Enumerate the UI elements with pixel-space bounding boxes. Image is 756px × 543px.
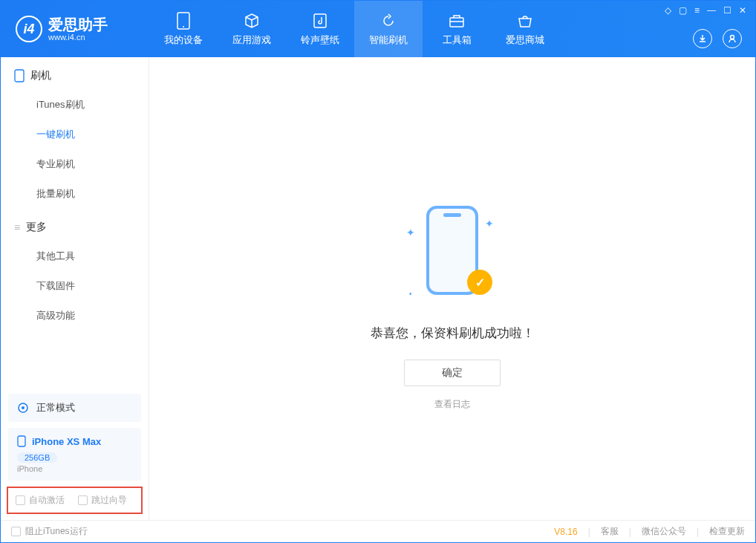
device-block[interactable]: iPhone XS Max 256GB iPhone xyxy=(8,428,141,481)
capacity-badge: 256GB xyxy=(17,452,57,463)
mode-icon xyxy=(17,402,29,414)
divider: | xyxy=(629,527,631,537)
highlighted-checkbox-row: 自动激活 跳过向导 xyxy=(7,487,143,514)
checkbox-skip-guide[interactable]: 跳过向导 xyxy=(78,494,127,507)
sidebar-item-other-tools[interactable]: 其他工具 xyxy=(1,241,149,271)
section-title: 更多 xyxy=(26,221,47,234)
checkmark-badge-icon: ✓ xyxy=(467,270,492,295)
svg-point-4 xyxy=(731,36,734,39)
footer-link-update[interactable]: 检查更新 xyxy=(709,525,745,538)
sidebar-item-oneclick-flash[interactable]: 一键刷机 xyxy=(1,120,149,149)
user-icon[interactable] xyxy=(723,29,742,48)
logo-area: i4 爱思助手 www.i4.cn xyxy=(1,16,149,42)
sparkle-icon: ✦ xyxy=(485,218,494,230)
minimize-icon[interactable]: — xyxy=(707,5,716,16)
body: 刷机 iTunes刷机 一键刷机 专业刷机 批量刷机 ≡ 更多 其他工具 下载固… xyxy=(1,57,755,520)
close-icon[interactable]: ✕ xyxy=(739,5,746,16)
success-message: 恭喜您，保资料刷机成功啦！ xyxy=(371,325,535,342)
divider: | xyxy=(697,527,699,537)
svg-point-7 xyxy=(22,406,25,409)
nav-tab-flash[interactable]: 智能刷机 xyxy=(354,1,423,57)
device-type: iPhone xyxy=(17,464,132,473)
app-url: www.i4.cn xyxy=(48,33,108,42)
titlebar-icon[interactable]: ▢ xyxy=(679,5,687,16)
nav-label: 智能刷机 xyxy=(369,33,408,47)
footer-left: 阻止iTunes运行 xyxy=(11,525,88,538)
nav-label: 铃声壁纸 xyxy=(301,33,339,47)
ok-button[interactable]: 确定 xyxy=(404,360,501,386)
device-name: iPhone XS Max xyxy=(32,436,101,447)
section-title: 刷机 xyxy=(30,69,51,82)
checkbox-icon xyxy=(78,495,88,505)
version-label: V8.16 xyxy=(554,527,577,537)
device-name-row: iPhone XS Max xyxy=(17,435,132,447)
nav-tab-toolbox[interactable]: 工具箱 xyxy=(423,1,491,57)
main-content: ✓ ✦ ✦ • 恭喜您，保资料刷机成功啦！ 确定 查看日志 xyxy=(149,57,755,520)
titlebar-icons: ◇ ▢ ≡ — ☐ ✕ xyxy=(665,5,746,16)
titlebar-icon[interactable]: ≡ xyxy=(694,5,700,16)
nav-label: 爱思商城 xyxy=(506,33,544,47)
checkbox-label: 跳过向导 xyxy=(91,494,127,507)
checkbox-icon[interactable] xyxy=(11,527,21,536)
checkbox-label: 自动激活 xyxy=(29,494,65,507)
maximize-icon[interactable]: ☐ xyxy=(723,5,731,16)
footer-link-wechat[interactable]: 微信公众号 xyxy=(642,525,686,538)
mode-block[interactable]: 正常模式 xyxy=(8,394,141,422)
success-illustration: ✓ ✦ ✦ • xyxy=(408,206,497,310)
menu-icon: ≡ xyxy=(14,221,20,233)
checkbox-icon xyxy=(16,495,25,505)
sparkle-icon: ✦ xyxy=(406,227,415,238)
nav-tabs: 我的设备 应用游戏 铃声壁纸 智能刷机 工具箱 爱思商城 xyxy=(149,1,559,57)
block-itunes-label[interactable]: 阻止iTunes运行 xyxy=(25,525,88,538)
sidebar-item-download-firmware[interactable]: 下载固件 xyxy=(1,271,149,301)
svg-rect-3 xyxy=(450,18,463,27)
logo-icon: i4 xyxy=(16,16,42,42)
header: i4 爱思助手 www.i4.cn 我的设备 应用游戏 铃声壁纸 智能刷机 工具… xyxy=(1,1,755,57)
view-log-link[interactable]: 查看日志 xyxy=(434,398,470,411)
nav-label: 我的设备 xyxy=(164,33,203,47)
sparkle-icon: • xyxy=(409,290,412,298)
sidebar-item-advanced[interactable]: 高级功能 xyxy=(1,301,149,331)
footer-right: V8.16 | 客服 | 微信公众号 | 检查更新 xyxy=(554,525,745,538)
store-icon xyxy=(516,12,534,30)
cube-icon xyxy=(243,12,261,30)
device-icon xyxy=(17,435,26,447)
nav-tab-store[interactable]: 爱思商城 xyxy=(491,1,559,57)
phone-icon xyxy=(175,12,192,30)
svg-rect-8 xyxy=(18,436,25,446)
sidebar-item-pro-flash[interactable]: 专业刷机 xyxy=(1,149,149,179)
music-icon xyxy=(311,12,329,30)
sidebar-item-itunes-flash[interactable]: iTunes刷机 xyxy=(1,90,149,120)
app-name: 爱思助手 xyxy=(48,16,108,33)
svg-rect-5 xyxy=(15,70,24,82)
sidebar-section-flash: 刷机 xyxy=(1,57,149,90)
device-blocks: 正常模式 iPhone XS Max 256GB iPhone 自动激活 跳过向… xyxy=(1,388,149,520)
sidebar: 刷机 iTunes刷机 一键刷机 专业刷机 批量刷机 ≡ 更多 其他工具 下载固… xyxy=(1,57,149,520)
nav-label: 工具箱 xyxy=(443,33,472,47)
footer-link-support[interactable]: 客服 xyxy=(601,525,619,538)
nav-label: 应用游戏 xyxy=(232,33,271,47)
toolbox-icon xyxy=(448,12,466,30)
titlebar-icon[interactable]: ◇ xyxy=(665,5,671,16)
svg-point-1 xyxy=(183,26,184,27)
mode-label: 正常模式 xyxy=(36,401,75,414)
sidebar-section-more: ≡ 更多 xyxy=(1,209,149,241)
nav-tab-media[interactable]: 铃声壁纸 xyxy=(286,1,354,57)
refresh-icon xyxy=(379,12,397,30)
download-icon[interactable] xyxy=(693,29,712,48)
nav-tab-device[interactable]: 我的设备 xyxy=(149,1,218,57)
divider: | xyxy=(588,527,590,537)
checkbox-auto-activate[interactable]: 自动激活 xyxy=(16,494,65,507)
nav-tab-apps[interactable]: 应用游戏 xyxy=(218,1,286,57)
footer: 阻止iTunes运行 V8.16 | 客服 | 微信公众号 | 检查更新 xyxy=(1,520,755,542)
phone-small-icon xyxy=(14,69,25,82)
header-right-icons xyxy=(693,29,742,48)
sidebar-item-batch-flash[interactable]: 批量刷机 xyxy=(1,179,149,209)
